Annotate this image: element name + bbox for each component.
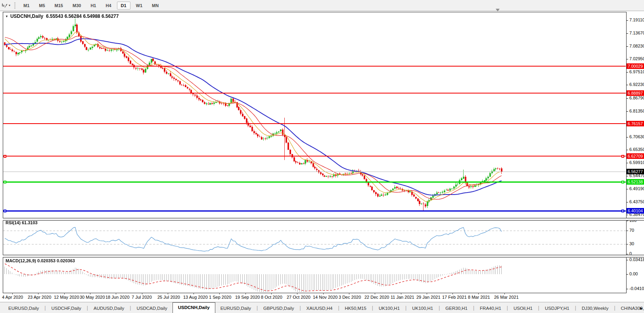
date-axis-label: 8 Oct 2020: [261, 295, 282, 300]
chart-tab-gbpusd-daily[interactable]: GBPUSD,Daily: [258, 304, 299, 313]
line-right-handle-6.40104[interactable]: [621, 210, 624, 212]
chart-cursor-icon[interactable]: [2, 3, 8, 8]
chart-tab-audusd-daily[interactable]: AUDUSD,Daily: [88, 304, 129, 313]
chart-tab-fra40-h1[interactable]: FRA40,H1: [475, 304, 506, 313]
date-axis-tick: [64, 293, 65, 294]
rsi-indicator-canvas[interactable]: [3, 220, 626, 254]
date-axis-label: 11 Jan 2021: [391, 295, 414, 300]
date-axis-tick: [401, 293, 401, 294]
bid-price-badge: 6.56277: [627, 169, 644, 174]
date-axis-tick: [452, 293, 453, 294]
chart-tab-xauusd-h4[interactable]: XAUUSD,H4: [301, 304, 338, 313]
timeframe-button-d1[interactable]: D1: [117, 2, 130, 10]
timeframe-button-m15[interactable]: M15: [51, 2, 67, 10]
timeframe-button-m1[interactable]: M1: [19, 2, 33, 10]
chart-shift-marker[interactable]: [496, 9, 500, 11]
price-axis-label: 6.65350: [629, 147, 644, 152]
date-axis-tick: [297, 293, 297, 294]
date-axis-label: 23 Apr 2020: [28, 295, 51, 300]
price-rsi-pane-divider[interactable]: [3, 218, 644, 221]
date-axis-label: 1 Sep 2020: [209, 295, 231, 300]
date-axis-tick: [142, 293, 142, 294]
price-chart-canvas[interactable]: [3, 12, 626, 218]
timeframe-button-m5[interactable]: M5: [35, 2, 49, 10]
price-axis-tick: [626, 85, 628, 85]
chart-tab-usdcad-daily[interactable]: USDCAD,Daily: [131, 304, 172, 313]
macd-axis-tick: [626, 274, 628, 275]
chart-tab-usdcnh-daily[interactable]: USDCNH,Daily: [172, 302, 215, 313]
chart-tab-ger30-h1[interactable]: GER30,H1: [440, 304, 473, 313]
trading-terminal-window: { "title_bar": {"marker": "▼", "symbol":…: [0, 0, 644, 313]
line-right-handle-6.52138[interactable]: [621, 181, 624, 183]
price-level-badge-6.52138: 6.52138: [627, 179, 644, 185]
date-axis-tick: [194, 293, 194, 294]
chart-tab-hk50-m15[interactable]: HK50,M15: [340, 304, 372, 313]
price-axis-tick: [626, 202, 628, 202]
macd-indicator-canvas[interactable]: [3, 257, 626, 292]
horizontal-level-line-6.76157[interactable]: [3, 123, 626, 124]
date-axis-tick: [478, 293, 479, 294]
horizontal-level-line-6.88897[interactable]: [3, 93, 626, 94]
timeframe-button-w1[interactable]: W1: [132, 2, 147, 10]
horizontal-level-line-6.40104[interactable]: [3, 210, 626, 212]
date-axis-label: 8 Mar 2021: [468, 295, 490, 300]
rsi-axis-tick: [626, 221, 628, 221]
date-axis-tick: [38, 293, 38, 294]
date-axis-tick: [323, 293, 324, 294]
timeframe-button-h4[interactable]: H4: [102, 2, 115, 10]
line-left-handle-6.62709[interactable]: [4, 155, 6, 158]
chart-tab-eurusd-daily[interactable]: EURUSD,Daily: [215, 304, 256, 313]
chart-tab-usdchf-daily[interactable]: USDCHF,Daily: [46, 304, 86, 313]
title-dropdown-icon[interactable]: ▼: [5, 15, 8, 18]
timeframe-buttons-group: M1M5M15M30H1H4D1W1MN: [19, 2, 163, 10]
tab-scroll-right-icon[interactable]: ▶: [640, 306, 643, 310]
date-axis-label: 19 Sep 2020: [235, 295, 260, 300]
date-axis-label: 30 May 2020: [80, 295, 105, 300]
price-axis-label: 6.86790: [629, 95, 644, 100]
price-axis-label: 6.97510: [629, 69, 644, 74]
chart-title: ▼USDCNH,Daily 6.55543 6.56284 6.54988 6.…: [5, 13, 119, 19]
line-right-handle-6.62709[interactable]: [621, 155, 624, 158]
horizontal-level-line-7.00029[interactable]: [3, 66, 626, 67]
date-axis-label: 22 Dec 2020: [364, 295, 389, 300]
chart-tab-usoil-h1[interactable]: USOil,H1: [508, 304, 538, 313]
date-axis-label: 18 Jun 2020: [105, 295, 130, 300]
price-axis-label: 6.49190: [629, 186, 644, 191]
date-axis-label: 12 May 2020: [54, 295, 79, 300]
price-axis-tick: [626, 33, 628, 34]
horizontal-level-line-6.52138[interactable]: [3, 181, 626, 183]
chart-tab-uk100-h1[interactable]: UK100,H1: [374, 304, 405, 313]
horizontal-level-line-6.62709[interactable]: [3, 156, 626, 156]
price-axis-label: 6.92230: [629, 82, 644, 87]
rsi-axis-tick: [626, 231, 628, 231]
date-axis-label: 27 Oct 2020: [287, 295, 310, 300]
line-left-handle-6.52138[interactable]: [4, 181, 6, 183]
date-axis-tick: [271, 293, 272, 294]
price-axis-tick: [626, 72, 628, 73]
macd-axis-label: 0.00: [629, 271, 638, 276]
line-left-handle-6.40104[interactable]: [4, 210, 6, 212]
rsi-macd-pane-divider[interactable]: [3, 255, 644, 258]
date-axis-tick: [90, 293, 90, 294]
date-axis-tick: [219, 293, 220, 294]
timeframe-button-h1[interactable]: H1: [86, 2, 100, 10]
rsi-axis-label: 30: [629, 241, 634, 246]
date-axis-label: 13 Aug 2020: [183, 295, 208, 300]
price-axis-tick: [626, 46, 628, 47]
timeframe-button-mn[interactable]: MN: [148, 2, 163, 10]
chart-tab-dj30-weekly[interactable]: DJ30,Weekly: [577, 304, 614, 313]
chart-tab-usdjpy-h1[interactable]: USDJPY,H1: [540, 304, 575, 313]
chevron-down-icon[interactable]: ▾: [9, 4, 10, 7]
macd-axis-label: -0.041095: [629, 286, 644, 291]
toolbar-grip-handle[interactable]: [14, 2, 15, 9]
chart-tab-eurusd-daily[interactable]: EURUSD,Daily: [3, 304, 44, 313]
price-axis-tick: [626, 163, 628, 163]
price-level-badge-6.40104: 6.40104: [627, 208, 644, 214]
timeframe-toolbar: ▾ M1M5M15M30H1H4D1W1MN: [0, 0, 644, 11]
price-axis-label: 7.02950: [629, 56, 644, 61]
timeframe-button-m30[interactable]: M30: [69, 2, 85, 10]
date-axis-tick: [375, 293, 375, 294]
chart-tab-uk100-h1[interactable]: UK100,H1: [407, 304, 438, 313]
macd-axis-tick: [626, 289, 628, 289]
price-axis-tick: [626, 189, 628, 189]
